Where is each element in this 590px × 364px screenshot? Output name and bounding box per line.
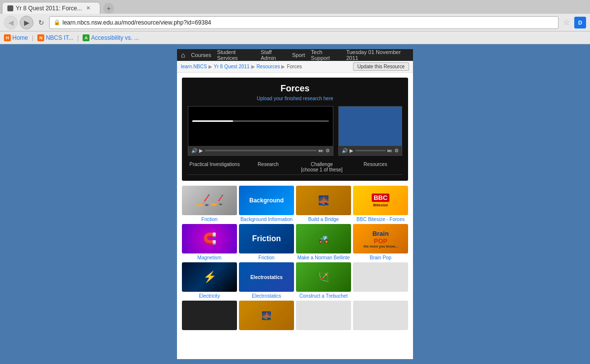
img-electrostatics[interactable]: Electrostatics [239,262,294,292]
col-header-challenge-text: Challenge [choose 1 of these] [301,162,343,172]
bookmark-home-label: Home [12,34,28,41]
tab-bar: Yr 8 Quest 2011: Force... ✕ + [0,0,590,14]
electricity-icon: ⚡ [203,271,216,283]
bookmark-nbcs[interactable]: N NBCS IT... [37,34,73,41]
breadcrumb-sep-3: ▶ [281,64,285,69]
bookmark-access-label: Accessibility vs. ... [91,34,139,41]
right-volume-icon[interactable]: 🔊 [342,148,348,153]
nav-tech-support[interactable]: Tech Support [311,49,340,61]
extension-button[interactable]: D [574,17,586,28]
bookmark-home-icon: H [4,34,11,41]
bookmark-home[interactable]: H Home [4,34,28,41]
progress-fill [192,120,233,122]
nav-student-services[interactable]: Student Services [217,49,255,61]
grid-row-1: 🏒 Friction Background Background Informa… [182,186,408,222]
bridge-2-icon: 🌉 [262,311,271,320]
right-settings[interactable]: ⚙ [394,148,399,153]
nav-staff-admin[interactable]: Staff Admin [261,49,286,61]
img-dark-1[interactable] [182,301,237,330]
media-controls-left: 🔊 ▶ ⏭ ⚙ [188,146,333,155]
skip-button[interactable]: ⏭ [319,148,324,153]
label-friction-hockey[interactable]: Friction [182,217,237,222]
breadcrumb-learn[interactable]: learn.NBCS [181,64,207,69]
label-magnetism[interactable]: Magnetism [182,255,237,260]
cell-electrostatics: Electrostatics Electrostatics [239,262,294,299]
address-bar[interactable]: 🔒 learn.nbcs.nsw.edu.au/mod/resource/vie… [49,16,559,29]
browser-chrome: Yr 8 Quest 2011: Force... ✕ + ◀ ▶ ↻ 🔒 le… [0,0,590,44]
img-blank-4 [353,262,408,292]
progress-track [192,120,329,122]
label-norman-bridge[interactable]: Make a Norman Bellinte [296,255,351,260]
back-button[interactable]: ◀ [4,16,18,29]
img-blank-5 [296,301,351,330]
forward-button[interactable]: ▶ [20,16,33,29]
breadcrumb-resources[interactable]: Resources [257,64,280,69]
img-bbc[interactable]: BBC Bitesize [353,186,408,215]
media-controls-right: 🔊 ▶ ⏭ ⚙ [339,146,402,155]
label-background-info[interactable]: Background Information [239,217,294,222]
bookmark-nbcs-icon: N [37,34,44,41]
update-resource-button[interactable]: Update this Resource [353,62,409,71]
img-friction[interactable]: Friction [239,224,294,253]
img-background[interactable]: Background [239,186,294,215]
col-headers: Practical Investigations Research Challe… [188,160,402,175]
col-header-research: Research [241,162,295,172]
img-electricity[interactable]: ⚡ [182,262,237,292]
settings-button[interactable]: ⚙ [325,148,330,153]
tab-close-button[interactable]: ✕ [86,5,90,11]
label-electricity[interactable]: Electricity [182,293,237,299]
bookmark-access[interactable]: A Accessibility vs. ... [83,34,139,41]
label-bbc-forces[interactable]: BBC Bitesize - Forces [353,217,408,222]
bookmark-sep-2: | [77,34,79,41]
cell-electricity: ⚡ Electricity [182,262,237,299]
img-blank-6 [353,301,408,330]
address-text: learn.nbcs.nsw.edu.au/mod/resource/view.… [62,19,211,26]
cell-blank-6 [353,301,408,332]
label-electrostatics[interactable]: Electrostatics [239,293,294,299]
hockey-icon: 🏒 [210,194,224,207]
bridge-icon: 🌉 [318,195,329,206]
play-button[interactable]: ▶ [199,148,203,153]
site-home-icon[interactable]: ⌂ [181,51,185,59]
label-brain-pop[interactable]: Brain Pop [353,255,408,260]
electrostatics-text: Electrostatics [250,275,283,280]
img-brain-pop[interactable]: Brain POP the more you know... [353,224,408,253]
breadcrumb-sep-1: ▶ [208,64,212,69]
label-friction[interactable]: Friction [239,255,294,260]
img-norman-bridge[interactable]: 🚜 [296,224,351,253]
new-tab-button[interactable]: + [103,3,114,14]
grid-section: 🏒 Friction Background Background Informa… [182,186,408,332]
volume-icon[interactable]: 🔊 [191,148,197,153]
cell-friction: Friction Friction [239,224,294,260]
grid-row-4: 🌉 [182,301,408,332]
cell-dark-1 [182,301,237,332]
img-friction-hockey[interactable]: 🏒 [182,186,237,215]
background-label: Background [249,197,284,204]
label-trebuchet[interactable]: Construct a Trebuchet [296,293,351,299]
right-play-button[interactable]: ▶ [350,148,354,153]
nav-sport[interactable]: Sport [292,52,305,58]
img-trebuchet[interactable]: 🏹 [296,262,351,292]
progress-bar-container [192,111,329,126]
right-skip[interactable]: ⏭ [387,148,392,153]
refresh-button[interactable]: ↻ [35,17,47,28]
media-player-right: 🔊 ▶ ⏭ ⚙ [338,106,402,156]
nav-courses[interactable]: Courses [191,52,211,58]
tab-title: Yr 8 Quest 2011: Force... [16,5,82,12]
label-build-bridge[interactable]: Build a Bridge [296,217,351,222]
active-tab[interactable]: Yr 8 Quest 2011: Force... ✕ [2,2,100,14]
right-progress[interactable] [355,150,385,151]
cell-brain-pop: Brain POP the more you know... Brain Pop [353,224,408,260]
img-magnetism[interactable]: 🧲 [182,224,237,253]
img-build-bridge[interactable]: 🌉 [296,186,351,215]
magnetism-icon: 🧲 [203,232,216,245]
bookmarks-bar: H Home | N NBCS IT... | A Accessibility … [0,31,590,44]
breadcrumb-yr8[interactable]: Yr 8 Quest 2011 [214,64,250,69]
progress-control[interactable] [205,150,317,151]
img-bridge-2[interactable]: 🌉 [239,301,294,330]
site-nav: ⌂ Courses Student Services Staff Admin S… [177,49,413,61]
cell-magnetism: 🧲 Magnetism [182,224,237,260]
norman-bridge-icon: 🚜 [318,233,329,244]
brainpop-pop: POP [374,237,387,245]
bookmark-star-button[interactable]: ☆ [560,17,572,28]
